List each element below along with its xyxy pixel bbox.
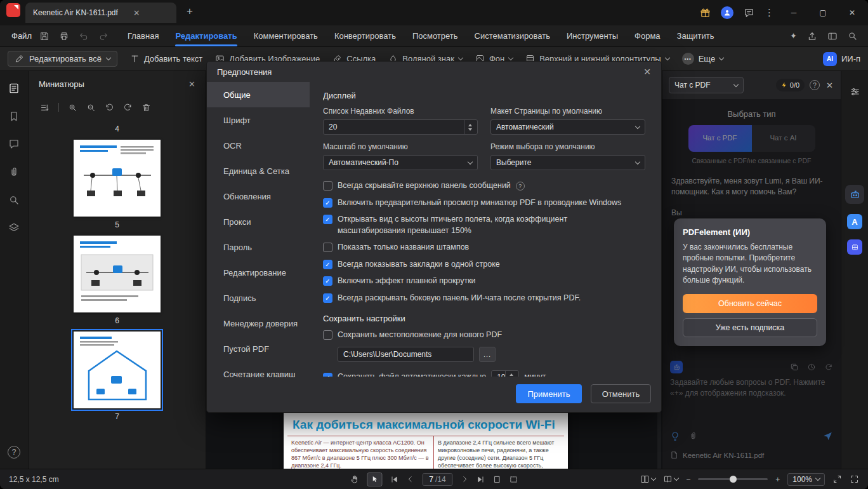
feedback-chat-icon[interactable] xyxy=(744,8,754,18)
page-layout-select[interactable]: Автоматический xyxy=(490,119,645,135)
tab-comment[interactable]: Комментировать xyxy=(254,31,318,41)
prompt-lightbulb-icon[interactable] xyxy=(670,431,680,441)
recent-files-value[interactable] xyxy=(329,123,464,131)
nav-signature[interactable]: Подпись xyxy=(207,285,310,311)
page-thumbnail-7-selected[interactable] xyxy=(74,332,161,408)
nav-ocr[interactable]: OCR xyxy=(207,133,310,158)
ai-assistant-button[interactable]: AI ИИ-п xyxy=(823,52,860,66)
gift-promo-icon[interactable] xyxy=(700,8,711,18)
new-tab-button[interactable]: + xyxy=(181,3,198,20)
user-avatar[interactable] xyxy=(721,6,733,19)
tab-view[interactable]: Посмотреть xyxy=(412,31,458,41)
nav-font[interactable]: Шрифт xyxy=(207,107,310,133)
default-zoom-select[interactable]: Автоматический-По xyxy=(323,155,478,170)
spin-up-icon[interactable] xyxy=(468,124,472,126)
minimize-button[interactable]: ─ xyxy=(784,0,803,25)
nav-password[interactable]: Пароль xyxy=(207,234,310,260)
zoom-slider-thumb[interactable] xyxy=(730,476,737,483)
save-path-value[interactable] xyxy=(343,350,468,359)
delete-page-icon[interactable] xyxy=(141,103,151,112)
selection-mode-select[interactable]: Выберите xyxy=(490,155,645,170)
attach-file-icon[interactable] xyxy=(688,431,698,441)
tab-edit[interactable]: Редактировать xyxy=(175,31,237,41)
help-icon[interactable]: ? xyxy=(8,446,20,459)
fit-page-icon[interactable] xyxy=(832,474,842,484)
history-icon[interactable] xyxy=(807,363,816,372)
browse-button[interactable]: ... xyxy=(479,347,496,362)
checkbox-checked[interactable]: ✓ xyxy=(323,198,332,208)
tab-organize[interactable]: Систематизировать xyxy=(475,31,550,41)
tab-home[interactable]: Главная xyxy=(128,31,159,41)
bookmarks-panel-icon[interactable] xyxy=(8,111,20,122)
chat-input-placeholder[interactable]: Задавайте любые вопросы о PDF. Нажмите «… xyxy=(670,377,833,399)
zoom-in-thumbnails-icon[interactable] xyxy=(68,103,77,112)
redo-icon[interactable] xyxy=(98,31,109,41)
select-tool-icon-active[interactable] xyxy=(367,472,383,486)
sort-pages-icon[interactable] xyxy=(40,103,49,112)
zoom-in-icon[interactable]: + xyxy=(775,475,780,484)
chat-with-pdf-tab[interactable]: Чат с PDF xyxy=(688,125,752,152)
document-tab[interactable]: Keenetic Air KN-1611.pdf ✕ xyxy=(25,3,176,23)
first-page-icon[interactable] xyxy=(390,475,399,484)
chat-with-ai-tab[interactable]: Чат с AI xyxy=(752,125,815,152)
copy-icon[interactable] xyxy=(790,363,799,372)
comments-panel-icon[interactable] xyxy=(8,138,20,150)
page-layout-icon[interactable] xyxy=(640,474,655,484)
cancel-button[interactable]: Отменить xyxy=(591,384,651,403)
file-menu[interactable]: Файл xyxy=(4,31,39,41)
dialog-close-icon[interactable]: ✕ xyxy=(643,67,651,77)
more-tools-button[interactable]: ••• Еще xyxy=(682,53,723,65)
checkbox-unchecked[interactable] xyxy=(323,243,332,252)
spin-down-icon[interactable] xyxy=(468,128,472,131)
apply-button[interactable]: Применить xyxy=(516,384,582,403)
layers-panel-icon[interactable] xyxy=(8,222,20,234)
nav-shortcuts[interactable]: Сочетание клавиш xyxy=(207,361,310,387)
fullscreen-icon[interactable] xyxy=(850,474,859,484)
undo-icon[interactable] xyxy=(79,31,89,41)
marquee-zoom-icon[interactable] xyxy=(510,475,518,484)
autosave-interval-input[interactable] xyxy=(491,370,519,377)
checkbox-checked[interactable]: ✓ xyxy=(323,260,332,269)
spin-up-icon[interactable] xyxy=(510,373,513,376)
attached-file-chip[interactable]: Keenetic Air KN-1611.pdf xyxy=(670,451,833,459)
sparkle-icon[interactable]: ✦ xyxy=(790,31,797,41)
ai-robot-icon[interactable] xyxy=(845,185,864,204)
ai-panel-close-icon[interactable]: ✕ xyxy=(825,81,834,90)
spinner-control[interactable] xyxy=(464,120,472,134)
zoom-slider[interactable] xyxy=(698,478,768,480)
pdf-page[interactable]: Как добиться максимальной скорости Wi-Fi… xyxy=(284,413,568,469)
attachments-panel-icon[interactable] xyxy=(8,166,20,178)
share-icon[interactable] xyxy=(807,31,817,41)
upgrade-now-button[interactable]: Обновить сейчас xyxy=(683,294,817,313)
plugin-icon[interactable] xyxy=(847,239,862,255)
last-page-icon[interactable] xyxy=(477,475,485,484)
page-number-input[interactable]: 7 /14 xyxy=(423,473,453,486)
nav-trust-manager[interactable]: Менеджер доверия xyxy=(207,311,310,336)
thumbnails-panel-icon[interactable] xyxy=(8,83,20,94)
previous-page-icon[interactable] xyxy=(407,475,415,483)
close-button[interactable]: ✕ xyxy=(843,0,862,25)
translate-icon[interactable]: A xyxy=(847,214,862,229)
print-icon[interactable] xyxy=(59,31,69,41)
search-icon[interactable] xyxy=(848,31,858,41)
rotate-left-icon[interactable] xyxy=(105,103,114,112)
more-menu-icon[interactable]: ⋮ xyxy=(765,7,774,18)
autosave-interval-value[interactable] xyxy=(497,373,505,377)
nav-proxy[interactable]: Прокси xyxy=(207,209,310,234)
save-path-input[interactable] xyxy=(338,347,474,362)
zoom-out-thumbnails-icon[interactable] xyxy=(86,103,96,112)
checkbox-unchecked[interactable] xyxy=(323,181,332,191)
panel-toggle-icon[interactable] xyxy=(827,31,838,41)
single-page-view-icon[interactable] xyxy=(493,475,502,484)
chat-mode-select[interactable]: Чат с PDF xyxy=(669,77,744,93)
tab-convert[interactable]: Конвертировать xyxy=(334,31,396,41)
nav-editing[interactable]: Редактирование xyxy=(207,260,310,285)
page-thumbnail-6[interactable] xyxy=(74,236,161,312)
nav-blank-pdf[interactable]: Пустой PDF xyxy=(207,336,310,361)
edit-all-button[interactable]: Редактировать всё xyxy=(8,51,117,67)
recent-files-input[interactable] xyxy=(323,119,478,135)
hand-tool-icon[interactable] xyxy=(350,474,360,484)
checkbox-checked[interactable]: ✓ xyxy=(323,373,332,377)
regenerate-icon[interactable] xyxy=(824,363,833,372)
help-icon[interactable]: ? xyxy=(516,182,525,191)
